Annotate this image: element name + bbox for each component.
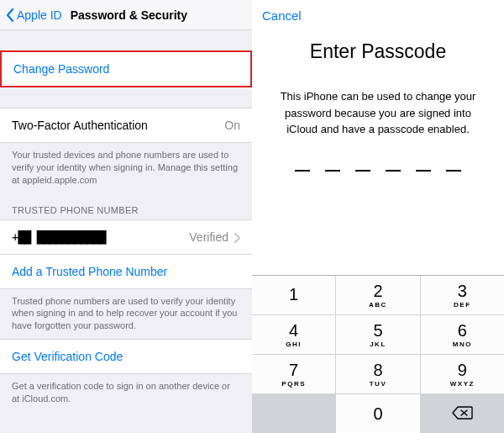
- two-factor-row[interactable]: Two-Factor Authentication On: [0, 108, 252, 143]
- numeric-keypad: 1 2ABC 3DEF 4GHI 5JKL 6MNO 7PQRS 8TUV 9W…: [252, 275, 504, 433]
- change-password-label: Change Password: [13, 62, 109, 76]
- trusted-phone-row[interactable]: +██ ███████████ Verified: [0, 219, 252, 255]
- two-factor-label: Two-Factor Authentication: [12, 119, 148, 132]
- key-blank: [252, 394, 335, 433]
- two-factor-value: On: [224, 119, 240, 132]
- key-0[interactable]: 0: [336, 394, 419, 433]
- key-1[interactable]: 1: [252, 276, 335, 314]
- passcode-title: Enter Passcode: [252, 40, 504, 63]
- key-3[interactable]: 3DEF: [421, 276, 504, 314]
- key-4[interactable]: 4GHI: [252, 315, 335, 354]
- nav-header: Apple ID Password & Security: [0, 0, 252, 30]
- chevron-right-icon: [234, 232, 240, 242]
- key-8[interactable]: 8TUV: [336, 355, 419, 393]
- trusted-footer: Trusted phone numbers are used to verify…: [0, 289, 252, 340]
- passcode-digit: [446, 170, 461, 172]
- passcode-dots: [252, 170, 504, 172]
- two-factor-footer: Your trusted devices and phone numbers a…: [0, 143, 252, 193]
- passcode-digit: [355, 170, 370, 172]
- key-2[interactable]: 2ABC: [336, 276, 419, 314]
- key-6[interactable]: 6MNO: [421, 315, 504, 354]
- add-phone-row[interactable]: Add a Trusted Phone Number: [0, 255, 252, 289]
- delete-icon: [451, 405, 473, 423]
- verification-code-label: Get Verification Code: [12, 350, 123, 363]
- passcode-screen: Cancel Enter Passcode This iPhone can be…: [252, 0, 504, 433]
- passcode-message: This iPhone can be used to change your p…: [252, 88, 504, 138]
- key-7[interactable]: 7PQRS: [252, 355, 335, 393]
- phone-status: Verified: [189, 230, 228, 244]
- passcode-digit: [325, 170, 340, 172]
- key-5[interactable]: 5JKL: [336, 315, 419, 354]
- key-9[interactable]: 9WXYZ: [421, 355, 504, 393]
- settings-screen: Apple ID Password & Security Change Pass…: [0, 0, 252, 433]
- passcode-digit: [416, 170, 431, 172]
- cancel-button[interactable]: Cancel: [262, 8, 302, 23]
- key-delete[interactable]: [421, 394, 504, 433]
- passcode-digit: [295, 170, 310, 172]
- add-phone-label: Add a Trusted Phone Number: [12, 265, 167, 278]
- verification-code-row[interactable]: Get Verification Code: [0, 339, 252, 374]
- back-label: Apple ID: [17, 8, 62, 22]
- verification-footer: Get a verification code to sign in on an…: [0, 374, 252, 412]
- trusted-number-header: TRUSTED PHONE NUMBER: [0, 193, 252, 219]
- phone-number: +██ ███████████: [12, 230, 105, 244]
- back-button[interactable]: Apple ID: [5, 8, 62, 23]
- page-title: Password & Security: [71, 8, 187, 22]
- passcode-header: Cancel: [252, 0, 504, 30]
- passcode-digit: [386, 170, 401, 172]
- change-password-row[interactable]: Change Password: [0, 50, 252, 87]
- chevron-left-icon: [5, 8, 15, 23]
